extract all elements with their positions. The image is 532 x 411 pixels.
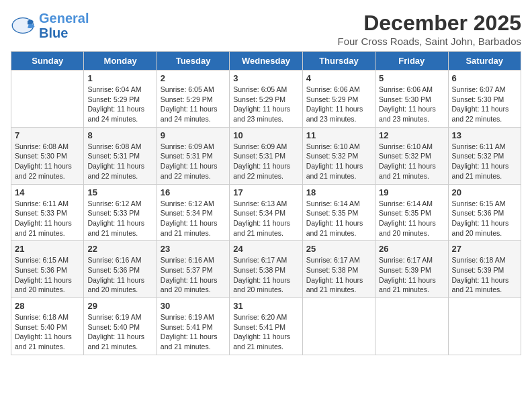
calendar-day-cell: 6 Sunrise: 6:07 AM Sunset: 5:30 PM Dayli… bbox=[448, 71, 521, 128]
daylight-text: Daylight: 11 hours and 24 minutes. bbox=[87, 105, 144, 123]
sunrise-text: Sunrise: 6:18 AM bbox=[452, 256, 506, 264]
day-info: Sunrise: 6:09 AM Sunset: 5:31 PM Dayligh… bbox=[161, 142, 226, 181]
day-number: 27 bbox=[452, 244, 517, 254]
day-number: 18 bbox=[306, 187, 371, 197]
sunrise-text: Sunrise: 6:12 AM bbox=[161, 199, 214, 208]
daylight-text: Daylight: 11 hours and 23 minutes. bbox=[379, 105, 436, 123]
daylight-text: Daylight: 11 hours and 21 minutes. bbox=[306, 162, 363, 180]
calendar-day-cell: 15 Sunrise: 6:12 AM Sunset: 5:33 PM Dayl… bbox=[84, 184, 157, 241]
sunset-text: Sunset: 5:39 PM bbox=[452, 266, 504, 274]
calendar-table: SundayMondayTuesdayWednesdayThursdayFrid… bbox=[11, 51, 521, 355]
calendar-day-cell: 22 Sunrise: 6:16 AM Sunset: 5:36 PM Dayl… bbox=[84, 241, 157, 298]
day-number: 26 bbox=[379, 244, 444, 254]
day-info: Sunrise: 6:18 AM Sunset: 5:40 PM Dayligh… bbox=[15, 312, 80, 352]
sunset-text: Sunset: 5:40 PM bbox=[87, 323, 140, 331]
day-info: Sunrise: 6:11 AM Sunset: 5:32 PM Dayligh… bbox=[452, 142, 517, 181]
calendar-day-cell: 14 Sunrise: 6:11 AM Sunset: 5:33 PM Dayl… bbox=[11, 184, 84, 241]
day-number: 22 bbox=[87, 244, 152, 254]
daylight-text: Daylight: 11 hours and 21 minutes. bbox=[379, 276, 436, 294]
sunrise-text: Sunrise: 6:10 AM bbox=[379, 142, 433, 150]
sunset-text: Sunset: 5:38 PM bbox=[233, 266, 285, 274]
day-number: 4 bbox=[306, 73, 371, 83]
sunset-text: Sunset: 5:32 PM bbox=[306, 152, 359, 160]
sunrise-text: Sunrise: 6:05 AM bbox=[161, 85, 214, 93]
calendar-day-cell bbox=[448, 298, 521, 355]
daylight-text: Daylight: 11 hours and 20 minutes. bbox=[452, 219, 509, 237]
day-number: 8 bbox=[87, 130, 152, 140]
day-info: Sunrise: 6:06 AM Sunset: 5:29 PM Dayligh… bbox=[306, 85, 371, 124]
day-number: 31 bbox=[233, 301, 298, 311]
calendar-week-row: 7 Sunrise: 6:08 AM Sunset: 5:30 PM Dayli… bbox=[11, 127, 521, 184]
day-number: 28 bbox=[15, 301, 80, 311]
day-info: Sunrise: 6:05 AM Sunset: 5:29 PM Dayligh… bbox=[161, 85, 226, 124]
sunset-text: Sunset: 5:31 PM bbox=[87, 152, 140, 160]
daylight-text: Daylight: 11 hours and 21 minutes. bbox=[306, 276, 363, 294]
sunset-text: Sunset: 5:34 PM bbox=[161, 209, 213, 217]
daylight-text: Daylight: 11 hours and 24 minutes. bbox=[161, 105, 218, 123]
calendar-day-cell: 18 Sunrise: 6:14 AM Sunset: 5:35 PM Dayl… bbox=[302, 184, 375, 241]
day-info: Sunrise: 6:20 AM Sunset: 5:41 PM Dayligh… bbox=[233, 312, 298, 352]
logo-text: General Blue bbox=[39, 11, 89, 40]
daylight-text: Daylight: 11 hours and 23 minutes. bbox=[306, 105, 363, 123]
calendar-day-cell: 9 Sunrise: 6:09 AM Sunset: 5:31 PM Dayli… bbox=[157, 127, 229, 184]
day-number: 17 bbox=[233, 187, 298, 197]
calendar-day-cell bbox=[375, 298, 448, 355]
day-number: 25 bbox=[306, 244, 371, 254]
sunset-text: Sunset: 5:41 PM bbox=[161, 323, 213, 331]
day-number: 29 bbox=[87, 301, 152, 311]
day-number: 16 bbox=[161, 187, 226, 197]
sunset-text: Sunset: 5:33 PM bbox=[87, 209, 140, 217]
calendar-day-cell: 31 Sunrise: 6:20 AM Sunset: 5:41 PM Dayl… bbox=[230, 298, 302, 355]
calendar-week-row: 28 Sunrise: 6:18 AM Sunset: 5:40 PM Dayl… bbox=[11, 298, 521, 355]
calendar-day-cell: 3 Sunrise: 6:05 AM Sunset: 5:29 PM Dayli… bbox=[230, 71, 302, 128]
day-info: Sunrise: 6:10 AM Sunset: 5:32 PM Dayligh… bbox=[379, 142, 444, 181]
day-info: Sunrise: 6:16 AM Sunset: 5:36 PM Dayligh… bbox=[87, 255, 152, 295]
daylight-text: Daylight: 11 hours and 21 minutes. bbox=[15, 219, 72, 237]
sunrise-text: Sunrise: 6:18 AM bbox=[15, 313, 69, 321]
day-info: Sunrise: 6:08 AM Sunset: 5:30 PM Dayligh… bbox=[15, 142, 80, 181]
calendar-day-cell: 1 Sunrise: 6:04 AM Sunset: 5:29 PM Dayli… bbox=[84, 71, 157, 128]
sunrise-text: Sunrise: 6:11 AM bbox=[15, 199, 69, 208]
daylight-text: Daylight: 11 hours and 21 minutes. bbox=[87, 219, 144, 237]
day-number: 2 bbox=[161, 73, 226, 83]
calendar-header-row: SundayMondayTuesdayWednesdayThursdayFrid… bbox=[11, 52, 521, 71]
sunrise-text: Sunrise: 6:10 AM bbox=[306, 142, 360, 150]
day-number: 6 bbox=[452, 73, 517, 83]
page-header: General Blue December 2025 Four Cross Ro… bbox=[11, 11, 521, 47]
day-number: 12 bbox=[379, 130, 444, 140]
calendar-day-cell: 17 Sunrise: 6:13 AM Sunset: 5:34 PM Dayl… bbox=[230, 184, 302, 241]
day-info: Sunrise: 6:19 AM Sunset: 5:40 PM Dayligh… bbox=[87, 312, 152, 352]
day-info: Sunrise: 6:10 AM Sunset: 5:32 PM Dayligh… bbox=[306, 142, 371, 181]
sunrise-text: Sunrise: 6:19 AM bbox=[161, 313, 214, 321]
sunrise-text: Sunrise: 6:12 AM bbox=[87, 199, 141, 208]
daylight-text: Daylight: 11 hours and 22 minutes. bbox=[87, 162, 144, 180]
month-title: December 2025 bbox=[338, 11, 521, 36]
calendar-day-cell: 21 Sunrise: 6:15 AM Sunset: 5:36 PM Dayl… bbox=[11, 241, 84, 298]
day-number: 21 bbox=[15, 244, 80, 254]
daylight-text: Daylight: 11 hours and 21 minutes. bbox=[161, 219, 218, 237]
sunset-text: Sunset: 5:30 PM bbox=[452, 95, 504, 103]
sunrise-text: Sunrise: 6:14 AM bbox=[379, 199, 433, 208]
daylight-text: Daylight: 11 hours and 20 minutes. bbox=[233, 276, 290, 294]
calendar-week-row: 1 Sunrise: 6:04 AM Sunset: 5:29 PM Dayli… bbox=[11, 71, 521, 128]
calendar-day-cell: 4 Sunrise: 6:06 AM Sunset: 5:29 PM Dayli… bbox=[302, 71, 375, 128]
calendar-day-cell: 30 Sunrise: 6:19 AM Sunset: 5:41 PM Dayl… bbox=[157, 298, 229, 355]
calendar-day-cell: 25 Sunrise: 6:17 AM Sunset: 5:38 PM Dayl… bbox=[302, 241, 375, 298]
day-info: Sunrise: 6:08 AM Sunset: 5:31 PM Dayligh… bbox=[87, 142, 152, 181]
sunset-text: Sunset: 5:30 PM bbox=[379, 95, 431, 103]
calendar-day-cell: 13 Sunrise: 6:11 AM Sunset: 5:32 PM Dayl… bbox=[448, 127, 521, 184]
sunrise-text: Sunrise: 6:17 AM bbox=[233, 256, 287, 264]
calendar-day-cell: 12 Sunrise: 6:10 AM Sunset: 5:32 PM Dayl… bbox=[375, 127, 448, 184]
sunset-text: Sunset: 5:35 PM bbox=[306, 209, 359, 217]
day-number: 3 bbox=[233, 73, 298, 83]
day-of-week-header: Tuesday bbox=[157, 52, 229, 71]
sunset-text: Sunset: 5:34 PM bbox=[233, 209, 285, 217]
daylight-text: Daylight: 11 hours and 22 minutes. bbox=[15, 162, 72, 180]
day-number: 14 bbox=[15, 187, 80, 197]
calendar-week-row: 21 Sunrise: 6:15 AM Sunset: 5:36 PM Dayl… bbox=[11, 241, 521, 298]
day-info: Sunrise: 6:09 AM Sunset: 5:31 PM Dayligh… bbox=[233, 142, 298, 181]
day-info: Sunrise: 6:17 AM Sunset: 5:38 PM Dayligh… bbox=[306, 255, 371, 295]
calendar-day-cell: 28 Sunrise: 6:18 AM Sunset: 5:40 PM Dayl… bbox=[11, 298, 84, 355]
day-info: Sunrise: 6:13 AM Sunset: 5:34 PM Dayligh… bbox=[233, 199, 298, 238]
sunset-text: Sunset: 5:32 PM bbox=[452, 152, 504, 160]
